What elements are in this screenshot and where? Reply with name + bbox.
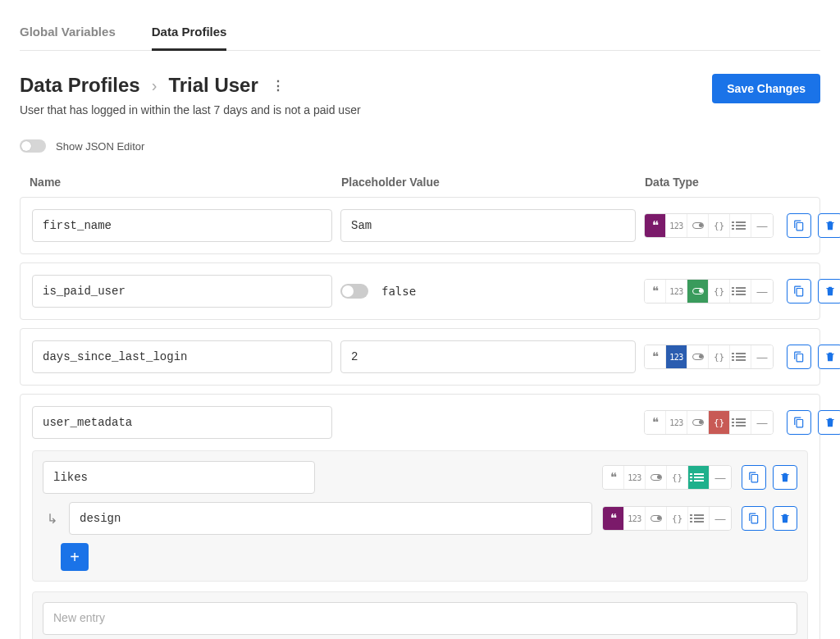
- type-number-button[interactable]: 123: [666, 280, 687, 303]
- type-null-button[interactable]: —: [710, 507, 731, 530]
- property-row: ❝ 123 {} —: [20, 197, 820, 254]
- data-type-picker: ❝ 123 {} —: [602, 465, 732, 490]
- delete-button[interactable]: [818, 213, 840, 238]
- breadcrumb: Data Profiles › Trial User ⋮: [20, 74, 361, 97]
- json-editor-toggle[interactable]: [20, 139, 46, 153]
- type-object-button[interactable]: {}: [709, 214, 730, 237]
- value-input[interactable]: [340, 209, 636, 242]
- property-row: false ❝ 123 {} —: [20, 262, 820, 320]
- type-number-button[interactable]: 123: [666, 411, 687, 434]
- delete-button[interactable]: [818, 410, 840, 435]
- property-row: ❝ 123 {} — ❝ 123 {}: [20, 394, 820, 639]
- col-data-type: Data Type: [637, 176, 810, 189]
- name-input[interactable]: [43, 461, 315, 494]
- type-array-button[interactable]: [730, 345, 751, 368]
- type-object-button[interactable]: {}: [709, 345, 730, 368]
- copy-button[interactable]: [787, 345, 811, 369]
- save-button[interactable]: Save Changes: [712, 74, 820, 103]
- name-input[interactable]: [32, 340, 332, 373]
- delete-button[interactable]: [773, 465, 797, 490]
- type-null-button[interactable]: —: [751, 345, 773, 368]
- breadcrumb-root[interactable]: Data Profiles: [20, 74, 140, 97]
- type-object-button[interactable]: {}: [667, 507, 688, 530]
- type-boolean-button[interactable]: [687, 280, 709, 303]
- top-tabs: Global Variables Data Profiles: [20, 16, 820, 51]
- type-string-button[interactable]: ❝: [645, 411, 666, 434]
- value-input[interactable]: [69, 502, 592, 535]
- array-item-icon: ↳: [43, 511, 61, 527]
- copy-button[interactable]: [742, 506, 766, 531]
- type-array-button[interactable]: [688, 466, 710, 489]
- value-input[interactable]: [340, 340, 636, 373]
- type-boolean-button[interactable]: [687, 345, 709, 368]
- copy-button[interactable]: [787, 279, 811, 304]
- type-number-button[interactable]: 123: [666, 214, 687, 237]
- col-name: Name: [30, 176, 341, 189]
- type-null-button[interactable]: —: [751, 411, 773, 434]
- col-placeholder-value: Placeholder Value: [341, 176, 637, 189]
- type-string-button[interactable]: ❝: [645, 280, 666, 303]
- new-entry-container: [32, 591, 808, 639]
- data-type-picker: ❝ 123 {} —: [644, 410, 774, 435]
- json-editor-toggle-row: Show JSON Editor: [20, 139, 820, 153]
- delete-button[interactable]: [818, 279, 840, 304]
- copy-button[interactable]: [787, 213, 811, 238]
- type-boolean-button[interactable]: [687, 214, 709, 237]
- tab-global-variables[interactable]: Global Variables: [20, 16, 116, 50]
- type-number-button[interactable]: 123: [624, 466, 646, 489]
- nested-properties: ❝ 123 {} — ↳ ❝ 123: [32, 450, 808, 582]
- tab-data-profiles[interactable]: Data Profiles: [152, 16, 227, 50]
- data-type-picker: ❝ 123 {} —: [644, 213, 774, 238]
- copy-button[interactable]: [787, 410, 811, 435]
- type-boolean-button[interactable]: [646, 507, 667, 530]
- profile-description: User that has logged in within the last …: [20, 103, 361, 116]
- type-null-button[interactable]: —: [751, 214, 773, 237]
- type-number-button[interactable]: 123: [624, 507, 646, 530]
- property-row: ❝ 123 {} —: [20, 328, 820, 386]
- type-array-button[interactable]: [730, 411, 751, 434]
- chevron-right-icon: ›: [152, 76, 158, 95]
- array-item-row: ↳ ❝ 123 {} —: [43, 502, 797, 535]
- type-string-button[interactable]: ❝: [645, 214, 666, 237]
- type-boolean-button[interactable]: [687, 411, 709, 434]
- type-object-button[interactable]: {}: [709, 280, 730, 303]
- data-type-picker: ❝ 123 {} —: [602, 506, 732, 531]
- type-number-button[interactable]: 123: [666, 345, 687, 368]
- name-input[interactable]: [32, 209, 332, 242]
- data-type-picker: ❝ 123 {} —: [644, 279, 774, 304]
- name-input[interactable]: [32, 275, 332, 308]
- add-array-item-button[interactable]: +: [61, 543, 89, 571]
- type-null-button[interactable]: —: [710, 466, 731, 489]
- type-string-button[interactable]: ❝: [603, 507, 624, 530]
- data-type-picker: ❝ 123 {} —: [644, 345, 774, 369]
- type-object-button[interactable]: {}: [667, 466, 688, 489]
- type-array-button[interactable]: [730, 214, 751, 237]
- new-entry-input[interactable]: [43, 602, 797, 635]
- page-header: Data Profiles › Trial User ⋮ User that h…: [20, 74, 820, 139]
- json-editor-toggle-label: Show JSON Editor: [56, 140, 144, 153]
- column-headers: Name Placeholder Value Data Type: [20, 176, 820, 197]
- boolean-toggle[interactable]: [340, 284, 368, 299]
- type-string-button[interactable]: ❝: [603, 466, 624, 489]
- more-options-button[interactable]: ⋮: [270, 74, 286, 97]
- delete-button[interactable]: [773, 506, 797, 531]
- type-boolean-button[interactable]: [646, 466, 667, 489]
- type-null-button[interactable]: —: [751, 280, 773, 303]
- delete-button[interactable]: [818, 345, 840, 369]
- type-string-button[interactable]: ❝: [645, 345, 666, 368]
- breadcrumb-current: Trial User: [168, 74, 258, 97]
- type-object-button[interactable]: {}: [709, 411, 730, 434]
- type-array-button[interactable]: [730, 280, 751, 303]
- type-array-button[interactable]: [688, 507, 710, 530]
- boolean-value-label: false: [381, 285, 416, 298]
- name-input[interactable]: [32, 406, 332, 439]
- copy-button[interactable]: [742, 465, 766, 490]
